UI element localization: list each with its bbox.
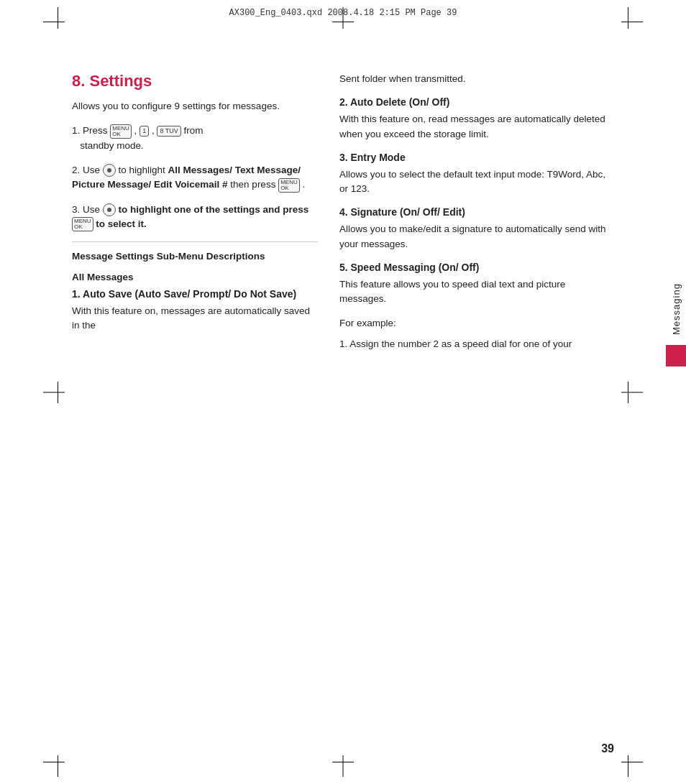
step-2-num: 2. Use bbox=[72, 165, 103, 175]
crop-mark-br-v bbox=[628, 755, 628, 777]
crop-mark-cl-v bbox=[58, 382, 58, 403]
right-item-2-title-text: Auto Delete (On/ Off) bbox=[350, 96, 449, 108]
section-title: 8. Settings bbox=[72, 72, 318, 91]
step-3-text: to highlight one of the settings and pre… bbox=[119, 204, 309, 215]
step-1-num: 1. Press bbox=[72, 125, 110, 136]
right-item-3-num: 3. bbox=[339, 152, 351, 163]
header-bar: AX300_Eng_0403.qxd 2008.4.18 2:15 PM Pag… bbox=[72, 7, 614, 19]
right-item-2-title: 2. Auto Delete (On/ Off) bbox=[339, 96, 614, 108]
crop-mark-br-h bbox=[621, 762, 643, 762]
crop-mark-bl-v bbox=[58, 755, 58, 777]
num1-btn: 1 bbox=[140, 126, 149, 137]
crop-mark-tl-v bbox=[58, 7, 58, 29]
submenu-heading: Message Settings Sub-Menu Descriptions bbox=[72, 249, 318, 264]
menu-ok-icon-1: MENUOK bbox=[110, 124, 132, 139]
right-item-3: 3. Entry Mode Allows you to select the d… bbox=[339, 152, 614, 197]
crop-mark-cr-v bbox=[628, 382, 628, 403]
right-item-3-title-text: Entry Mode bbox=[350, 152, 405, 163]
right-item-5-body: This feature allows you to speed dial te… bbox=[339, 277, 614, 307]
submenu-sub: All Messages bbox=[72, 272, 318, 282]
step-2-end: . bbox=[302, 179, 305, 190]
main-content: 8. Settings Allows you to configure 9 se… bbox=[72, 72, 614, 727]
sidebar-tab: Messaging bbox=[666, 273, 686, 366]
right-item-5: 5. Speed Messaging (On/ Off) This featur… bbox=[339, 262, 614, 307]
right-item-4-title-text: Signature (On/ Off/ Edit) bbox=[350, 206, 465, 218]
left-item-1-num: 1. bbox=[72, 288, 83, 300]
left-item-1-title: 1. Auto Save (Auto Save/ Prompt/ Do Not … bbox=[72, 288, 318, 300]
step-1: 1. Press MENUOK , 1 , 8 TUV from standby… bbox=[72, 124, 318, 153]
right-item-4-body: Allows you to make/edit a signature to a… bbox=[339, 222, 614, 252]
right-item-4-title: 4. Signature (On/ Off/ Edit) bbox=[339, 206, 614, 218]
right-item-5-title-text: Speed Messaging (On/ Off) bbox=[350, 262, 479, 273]
left-item-1-body: With this feature on, messages are autom… bbox=[72, 304, 318, 333]
right-item-2: 2. Auto Delete (On/ Off) With this featu… bbox=[339, 96, 614, 142]
header-text: AX300_Eng_0403.qxd 2008.4.18 2:15 PM Pag… bbox=[229, 8, 457, 18]
right-item-5-title: 5. Speed Messaging (On/ Off) bbox=[339, 262, 614, 273]
num8-btn: 8 TUV bbox=[157, 126, 180, 137]
right-item-4: 4. Signature (On/ Off/ Edit) Allows you … bbox=[339, 206, 614, 252]
sidebar-red-bar bbox=[666, 345, 686, 366]
example-item-1-text: Assign the number 2 as a speed dial for … bbox=[349, 338, 572, 349]
example-item-1-num: 1. bbox=[339, 338, 349, 349]
page-number: 39 bbox=[601, 742, 614, 755]
step-1-comma2: , bbox=[152, 125, 157, 136]
example-item-1: 1. Assign the number 2 as a speed dial f… bbox=[339, 337, 614, 351]
submenu-heading-text: Message Settings Sub-Menu Descriptions bbox=[72, 251, 265, 262]
nav-btn-3 bbox=[103, 203, 116, 216]
step-1-comma1: , bbox=[134, 125, 140, 136]
nav-btn-2 bbox=[103, 164, 116, 177]
step-3-end: to select it. bbox=[96, 218, 147, 229]
left-item-1-title-text: Auto Save (Auto Save/ Prompt/ Do Not Sav… bbox=[83, 288, 296, 300]
section-divider bbox=[72, 241, 318, 242]
left-column: 8. Settings Allows you to configure 9 se… bbox=[72, 72, 332, 727]
crop-mark-bl-h bbox=[43, 762, 65, 762]
crop-mark-tl-h bbox=[43, 22, 65, 22]
menu-ok-icon-2: MENUOK bbox=[278, 178, 300, 193]
crop-mark-cr-h bbox=[621, 392, 643, 392]
example-item-1-body: 1. Assign the number 2 as a speed dial f… bbox=[339, 337, 614, 351]
crop-mark-cb-v bbox=[343, 755, 344, 777]
step-3: 3. Use to highlight one of the settings … bbox=[72, 203, 318, 232]
right-item-3-title: 3. Entry Mode bbox=[339, 152, 614, 163]
intro-text: Allows you to configure 9 settings for m… bbox=[72, 99, 318, 114]
menu-ok-icon-3: MENUOK bbox=[72, 217, 93, 231]
step-3-num: 3. Use bbox=[72, 204, 103, 215]
right-item-2-body: With this feature on, read messages are … bbox=[339, 112, 614, 142]
crop-mark-tr-v bbox=[628, 7, 628, 29]
right-column: Sent folder when transmitted. 2. Auto De… bbox=[332, 72, 614, 727]
step-2: 2. Use to highlight All Messages/ Text M… bbox=[72, 163, 318, 193]
example-label: For example: bbox=[339, 316, 614, 331]
left-item-1: 1. Auto Save (Auto Save/ Prompt/ Do Not … bbox=[72, 288, 318, 333]
right-item-3-body: Allows you to select the default text in… bbox=[339, 167, 614, 197]
sidebar-label: Messaging bbox=[671, 273, 682, 345]
crop-mark-tr-h bbox=[621, 22, 643, 22]
crop-mark-cl-h bbox=[43, 392, 65, 392]
right-item-4-num: 4. bbox=[339, 206, 351, 218]
right-item-2-num: 2. bbox=[339, 96, 350, 108]
right-item-5-num: 5. bbox=[339, 262, 351, 273]
continuation-text: Sent folder when transmitted. bbox=[339, 72, 614, 86]
